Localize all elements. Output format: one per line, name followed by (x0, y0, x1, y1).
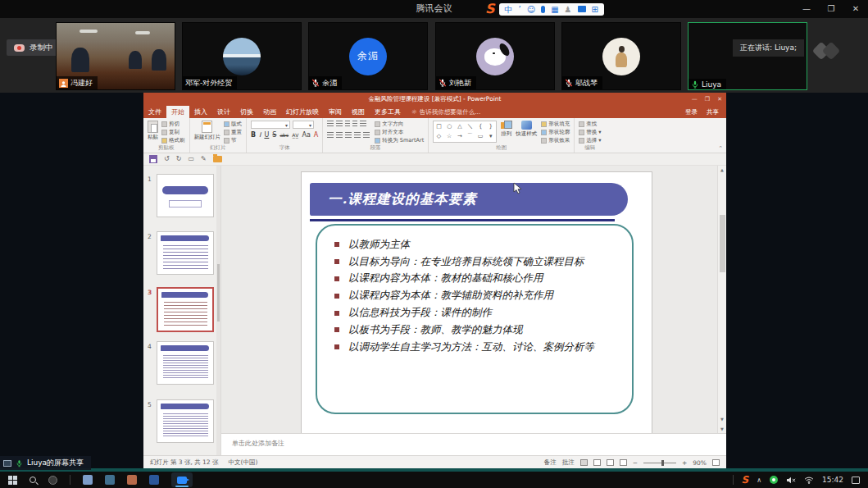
tab-view[interactable]: 视图 (347, 106, 370, 118)
reading-view-icon[interactable] (607, 459, 614, 466)
notes-toggle[interactable]: 备注 (544, 458, 557, 467)
taskbar-app-1[interactable] (83, 475, 93, 485)
slide-sorter-view-icon[interactable] (593, 459, 601, 466)
soft-keyboard-icon[interactable]: ▦ (551, 3, 558, 16)
sogou-logo-icon[interactable]: S (485, 2, 495, 16)
video-tile[interactable]: 冯建好 (56, 22, 175, 90)
fit-to-window-icon[interactable] (712, 459, 720, 466)
ppt-minimize-button[interactable]: — (692, 93, 698, 106)
taskbar-search-icon[interactable] (30, 477, 36, 483)
volume-muted-icon[interactable] (786, 477, 796, 484)
tab-home[interactable]: 开始 (166, 106, 189, 118)
open-folder-icon[interactable] (213, 156, 222, 162)
char-spacing-button[interactable]: A̲V̲ (292, 132, 298, 138)
close-button[interactable]: ✕ (843, 0, 868, 18)
font-color-button[interactable]: A (314, 131, 318, 139)
sogou-tray-icon[interactable]: S (742, 474, 749, 486)
section-button[interactable]: 节 (224, 137, 242, 144)
columns-button[interactable] (363, 132, 370, 139)
align-center-button[interactable] (336, 132, 343, 139)
align-right-button[interactable] (345, 132, 352, 139)
copy-button[interactable]: 复制 (161, 129, 185, 135)
clear-format-button[interactable]: abc (279, 132, 289, 138)
italic-button[interactable]: I (259, 131, 261, 139)
font-name-select[interactable]: ▾ (251, 121, 290, 129)
touch-mode-icon[interactable]: ✎ (201, 155, 207, 163)
zoom-out-button[interactable]: − (633, 459, 638, 467)
tell-me-box[interactable]: ☼ 告诉我你想要做什么... (406, 106, 486, 118)
tab-file[interactable]: 文件 (143, 106, 166, 118)
video-tile[interactable]: 余湄 余湄 (308, 22, 428, 90)
line-spacing-button[interactable] (360, 121, 366, 127)
slide-thumbnail-1[interactable] (157, 174, 214, 217)
zoom-level[interactable]: 90% (693, 459, 707, 467)
align-text-button[interactable]: 对齐文本 (375, 129, 424, 135)
video-tile[interactable]: 邬战琴 (561, 22, 681, 90)
tab-insert[interactable]: 插入 (189, 106, 212, 118)
zoom-slider[interactable] (643, 463, 676, 463)
save-icon[interactable] (149, 155, 157, 163)
taskbar-meeting-app-active[interactable] (171, 472, 193, 487)
taskbar-app-4[interactable] (149, 475, 159, 485)
account-icon[interactable]: ♟ (565, 3, 572, 16)
shapes-gallery[interactable]: □○△＼{} ◇☆→⌒▭▾ (433, 121, 497, 143)
font-size-select[interactable]: ▾ (293, 121, 314, 129)
voice-input-icon[interactable] (541, 6, 545, 13)
tab-design[interactable]: 设计 (212, 106, 235, 118)
antivirus-tray-icon[interactable] (770, 476, 778, 484)
shape-effects-button[interactable]: 形状效果 (541, 137, 570, 144)
ime-mode-chinese[interactable]: 中 (505, 3, 513, 16)
screen-share-pill[interactable]: Liuya的屏幕共享 (0, 456, 91, 470)
strikethrough-button[interactable]: S (272, 131, 276, 139)
decrease-indent-button[interactable] (345, 121, 350, 127)
select-button[interactable]: 选择 ▾ (579, 137, 601, 144)
reset-button[interactable]: 重置 (224, 129, 242, 135)
align-left-button[interactable] (327, 132, 334, 139)
change-case-button[interactable]: Aa (302, 131, 310, 139)
layout-button[interactable]: 版式 (224, 121, 242, 127)
video-tile[interactable]: 刘艳新 (435, 22, 555, 90)
tab-transitions[interactable]: 切换 (235, 106, 258, 118)
new-slide-button[interactable]: 新建幻灯片 (194, 121, 221, 145)
language-indicator[interactable]: 中文(中国) (229, 458, 258, 467)
underline-button[interactable]: U (264, 131, 269, 139)
toolbox-icon[interactable]: ⊞ (592, 3, 598, 16)
ime-punctuation-icon[interactable]: ’ (519, 3, 521, 16)
bold-button[interactable]: B (251, 131, 256, 139)
slide-thumbnail-3-selected[interactable] (157, 287, 214, 332)
numbering-button[interactable] (336, 121, 343, 127)
taskbar-widgets-icon[interactable] (48, 476, 57, 485)
zoom-in-button[interactable]: + (682, 459, 687, 467)
slide-thumbnail-2[interactable] (157, 231, 214, 275)
redo-icon[interactable]: ↻ (176, 155, 182, 163)
quick-styles-button[interactable]: 快速样式 (516, 121, 537, 145)
collapse-ribbon-icon[interactable]: ⌃ (718, 145, 723, 152)
shape-outline-button[interactable]: 形状轮廓 (541, 129, 570, 135)
skin-icon[interactable] (578, 6, 586, 12)
tab-review[interactable]: 审阅 (324, 106, 347, 118)
comments-toggle[interactable]: 批注 (562, 458, 575, 467)
wifi-icon[interactable] (804, 477, 814, 484)
sign-in-button[interactable]: 登录 (685, 106, 698, 118)
ppt-titlebar[interactable]: 金融风险管理课程建设 [兼容模式] - PowerPoint — ❐ ✕ (143, 93, 726, 106)
slideshow-view-icon[interactable] (620, 459, 627, 466)
minimize-button[interactable]: — (794, 0, 819, 18)
format-painter-button[interactable]: 格式刷 (161, 137, 185, 144)
slideshow-from-start-icon[interactable]: ▭ (188, 155, 194, 163)
paste-button[interactable]: 粘贴 (148, 121, 158, 145)
tab-more-tools[interactable]: 更多工具 (370, 106, 406, 118)
slide-canvas[interactable]: 一.课程建设的基本要素 以教师为主体 以目标为导向：在专业培养目标统领下确立课程… (302, 172, 652, 433)
slide-thumbnail-5[interactable] (157, 399, 214, 443)
smartart-button[interactable]: 转换为 SmartArt (375, 137, 424, 144)
text-direction-button[interactable]: 文字方向 (375, 121, 424, 127)
share-button[interactable]: 共享 (707, 106, 719, 118)
maximize-button[interactable]: ❐ (819, 0, 843, 18)
slide-thumbnail-4[interactable] (157, 341, 214, 385)
notes-pane[interactable]: 单击此处添加备注 (221, 433, 726, 455)
increase-indent-button[interactable] (352, 121, 357, 127)
undo-icon[interactable]: ↺ (164, 155, 170, 163)
start-button[interactable] (8, 476, 17, 485)
tab-animations[interactable]: 动画 (258, 106, 281, 118)
tab-slideshow[interactable]: 幻灯片放映 (281, 106, 324, 118)
video-tile-active-speaker[interactable]: 正在讲话: Liuya; Liuya (688, 22, 807, 90)
